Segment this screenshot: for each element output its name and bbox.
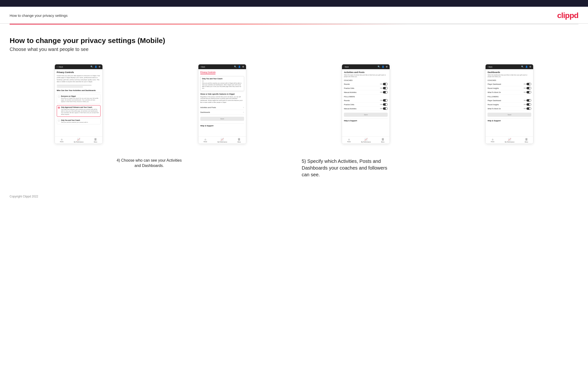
nav-home-1[interactable]: ⌂ Home xyxy=(60,138,63,143)
person-icon[interactable]: 👤 xyxy=(95,66,97,68)
nav-perf-3[interactable]: 📈 My Performance xyxy=(361,138,371,143)
caption-5: 5) Specify which Activities, Posts and D… xyxy=(299,158,396,178)
nav-perf-4[interactable]: 📈 My Performance xyxy=(505,138,514,143)
home-icon-3: ⌂ xyxy=(348,138,350,141)
home-icon-2: ⌂ xyxy=(204,138,206,141)
toggle-followers-drills-ctrl[interactable]: ON xyxy=(380,103,388,106)
save-button-2[interactable]: Save xyxy=(200,117,244,121)
toggle-followers-player-dash: Player Dashboard ON xyxy=(487,99,531,103)
followers-label-4: FOLLOWERS xyxy=(487,96,531,98)
back-button-3[interactable]: ‹ Back xyxy=(344,66,349,68)
toggle-switch-followers-rounds[interactable] xyxy=(383,99,388,102)
toggle-coaches-player-dash-ctrl[interactable]: ON xyxy=(524,83,531,85)
phone-nav-3: ‹ Back 🔍 👤 ⚙ xyxy=(342,64,389,69)
nav-menu-2[interactable]: ☰ Menu xyxy=(238,138,241,143)
screen3-group: ‹ Back 🔍 👤 ⚙ Activities and Posts Select… xyxy=(297,64,435,144)
toggle-switch-followers-what-to-work[interactable] xyxy=(527,107,531,110)
phone-nav-2: ‹ Back 🔍 👤 ⚙ xyxy=(199,64,246,69)
search-icon[interactable]: 🔍 xyxy=(90,66,93,68)
toggle-switch-coaches-what-to-work[interactable] xyxy=(527,91,531,93)
toggle-followers-round-insights-ctrl[interactable]: ON xyxy=(524,103,531,106)
search-icon-4[interactable]: 🔍 xyxy=(521,66,524,68)
toggle-followers-manual-ctrl[interactable]: ON xyxy=(380,107,388,110)
toggle-followers-what-to-work: What To Work On ON xyxy=(487,107,531,111)
radio-option-approved[interactable]: Only Approved Followers and Your Coach O… xyxy=(57,105,101,117)
save-button-3[interactable]: Save xyxy=(344,113,388,117)
search-icon-2[interactable]: 🔍 xyxy=(234,66,237,68)
nav-home-3[interactable]: ⌂ Home xyxy=(347,138,351,143)
settings-icon-2[interactable]: ⚙ xyxy=(242,66,244,68)
toggle-switch-coaches-drills[interactable] xyxy=(383,87,388,89)
screenshots-row: ‹ < Back 🔍 👤 ⚙ Privacy Controls Control … xyxy=(10,64,578,144)
toggle-followers-rounds-ctrl[interactable]: ON xyxy=(380,99,388,102)
toggle-coaches-rounds-ctrl[interactable]: ON xyxy=(380,83,388,85)
privacy-controls-tab[interactable]: Privacy Controls xyxy=(200,71,216,74)
chart-icon-3: 📈 xyxy=(364,138,368,141)
nav-icons-3: 🔍 👤 ⚙ xyxy=(378,66,388,68)
radio-option-everyone[interactable]: Everyone on Clippd Everyone on Clippd ca… xyxy=(57,94,101,104)
menu-icon-1: ☰ xyxy=(94,138,97,141)
help-support-2: Help & Support xyxy=(200,123,244,128)
toggle-switch-coaches-player-dash[interactable] xyxy=(527,83,531,85)
settings-icon-4[interactable]: ⚙ xyxy=(529,66,531,68)
tooltip-radio-dot xyxy=(202,80,204,82)
nav-menu-4[interactable]: ☰ Menu xyxy=(525,138,528,143)
toggle-coaches-drills-ctrl[interactable]: ON xyxy=(380,87,388,89)
settings-icon-3[interactable]: ⚙ xyxy=(386,66,388,68)
toggle-followers-player-dash-ctrl[interactable]: ON xyxy=(524,99,531,102)
toggle-followers-what-to-work-ctrl[interactable]: ON xyxy=(524,107,531,110)
toggle-switch-followers-round-insights[interactable] xyxy=(527,103,531,106)
back-button-4[interactable]: ‹ Back xyxy=(487,66,492,68)
header-title: How to change your privacy settings xyxy=(10,13,68,17)
phone-bottom-nav-3: ⌂ Home 📈 My Performance ☰ Menu xyxy=(342,136,389,144)
search-icon-3[interactable]: 🔍 xyxy=(378,66,380,68)
activities-title: Activities and Posts xyxy=(344,71,388,74)
radio-option-only-you[interactable]: Only You and Your Coach Only you and the… xyxy=(57,118,101,125)
nav-home-4[interactable]: ⌂ Home xyxy=(491,138,494,143)
radio-label-approved: Only Approved Followers and Your Coach xyxy=(61,106,99,108)
nav-perf-1[interactable]: 📈 My Performance xyxy=(74,138,83,143)
help-support-3: Help & Support xyxy=(344,118,388,123)
settings-icon[interactable]: ⚙ xyxy=(99,66,101,68)
coaches-label-4: COACHES xyxy=(487,80,531,81)
who-can-see-title: Who Can See Your Activities and Dashboar… xyxy=(57,89,101,93)
nav-menu-1[interactable]: ☰ Menu xyxy=(94,138,97,143)
save-button-4[interactable]: Save xyxy=(487,113,531,117)
radio-dot-approved xyxy=(58,107,60,108)
toggle-coaches-what-to-work-ctrl[interactable]: ON xyxy=(524,91,531,93)
toggle-switch-followers-drills[interactable] xyxy=(383,103,388,106)
back-button-1[interactable]: ‹ < Back xyxy=(57,66,63,68)
phone-body-2: Privacy Controls Only You and Your Coach… xyxy=(199,69,246,136)
phone-body-3: Activities and Posts Select the types of… xyxy=(342,69,389,136)
chevron-activities: > xyxy=(243,106,244,108)
person-icon-3[interactable]: 👤 xyxy=(382,66,384,68)
header: How to change your privacy settings clip… xyxy=(0,7,588,24)
menu-item-dashboards[interactable]: Dashboards > xyxy=(200,110,244,115)
toggle-switch-coaches-rounds[interactable] xyxy=(383,83,388,85)
page-subheading: Choose what you want people to see xyxy=(10,47,578,52)
back-button-2[interactable]: ‹ Back xyxy=(200,66,205,68)
radio-label-everyone: Everyone on Clippd xyxy=(61,95,99,97)
captions-row: 4) Choose who can see your Activities an… xyxy=(10,153,578,178)
person-icon-4[interactable]: 👤 xyxy=(525,66,528,68)
toggle-coaches-manual-ctrl[interactable]: ON xyxy=(380,91,388,93)
radio-desc-everyone: Everyone on Clippd can search for you an… xyxy=(61,98,99,103)
nav-menu-3[interactable]: ☰ Menu xyxy=(381,138,385,143)
toggle-coaches-round-insights-ctrl[interactable]: ON xyxy=(524,87,531,89)
caption5-container: 5) Specify which Activities, Posts and D… xyxy=(294,153,579,178)
tooltip-text: Only you and the coaches you connect wit… xyxy=(202,82,242,89)
toggle-switch-followers-manual[interactable] xyxy=(383,107,388,110)
chart-icon-4: 📈 xyxy=(508,138,511,141)
toggle-switch-followers-player-dash[interactable] xyxy=(527,99,531,102)
phone-mockup-1: ‹ < Back 🔍 👤 ⚙ Privacy Controls Control … xyxy=(55,64,103,144)
toggle-switch-coaches-manual[interactable] xyxy=(383,91,388,93)
menu-item-activities[interactable]: Activities and Posts > xyxy=(200,105,244,110)
nav-perf-2[interactable]: 📈 My Performance xyxy=(217,138,227,143)
home-icon-1: ⌂ xyxy=(61,138,62,141)
toggle-switch-coaches-round-insights[interactable] xyxy=(527,87,531,89)
person-icon-2[interactable]: 👤 xyxy=(238,66,241,68)
nav-home-2[interactable]: ⌂ Home xyxy=(203,138,207,143)
phone-nav-4: ‹ Back 🔍 👤 ⚙ xyxy=(485,64,533,69)
phone-mockup-4: ‹ Back 🔍 👤 ⚙ Dashboards Select the dashb… xyxy=(485,64,533,144)
copyright: Copyright Clippd 2022 xyxy=(10,195,38,198)
